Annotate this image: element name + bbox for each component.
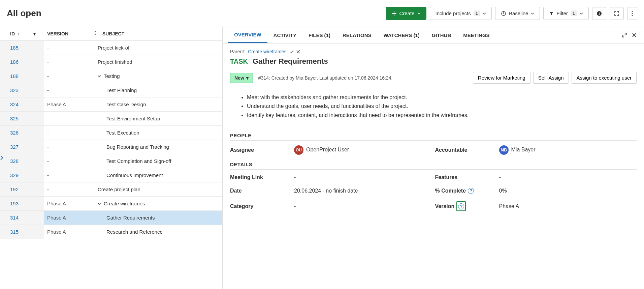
svg-point-5 [632,15,633,16]
expand-fullscreen-icon[interactable] [622,32,627,38]
col-header-subject[interactable]: SUBJECT [91,27,222,41]
features-value[interactable]: - [499,174,637,180]
row-id[interactable]: 193 [0,197,44,211]
row-subject[interactable]: Project finished [91,55,222,69]
table-row[interactable]: 314Phase AGather Requirements [0,211,222,225]
table-row[interactable]: 315Phase AResearch and Reference [0,225,222,239]
row-subject[interactable]: Test Completion and Sign-off [91,154,222,168]
table-row[interactable]: 325-Test Environment Setup [0,112,222,126]
work-package-title[interactable]: Gather Requirements [253,57,328,66]
include-projects-button[interactable]: Include projects 1 [430,7,492,20]
tab-overview[interactable]: OVERVIEW [228,27,267,43]
row-id[interactable]: 326 [0,126,44,140]
chevron-down-icon[interactable] [98,202,101,205]
col-header-id[interactable]: ID ↑ ▾ [0,27,44,41]
row-id[interactable]: 327 [0,140,44,154]
percent-complete-label: % Complete ? [435,188,496,194]
row-subject[interactable]: Create project plan [91,182,222,197]
edit-icon[interactable] [289,50,294,54]
self-assign-button[interactable]: Self-Assign [533,72,569,84]
row-version: - [44,55,91,69]
row-subject[interactable]: Continuous Improvement [91,168,222,182]
percent-complete-value[interactable]: 0% [499,188,637,194]
assignee-name: OpenProject User [306,147,349,152]
tab-watchers[interactable]: WATCHERS (1) [378,28,426,43]
row-subject[interactable]: Test Environment Setup [91,112,222,126]
row-id[interactable]: 325 [0,112,44,126]
chevron-down-icon[interactable] [98,75,101,78]
table-row[interactable]: 324Phase ATest Case Design [0,97,222,112]
chevron-down-icon [531,12,534,15]
row-subject[interactable]: Bug Reporting and Tracking [91,140,222,154]
assignee-value[interactable]: OUOpenProject User [294,145,432,155]
info-button[interactable]: i [592,7,606,20]
table-row[interactable]: 188-Testing [0,69,222,83]
row-id[interactable]: 315 [0,225,44,239]
row-subject[interactable]: Testing [91,69,222,83]
table-row[interactable]: 329-Continuous Improvement [0,168,222,182]
row-id[interactable]: 188 [0,69,44,83]
create-button[interactable]: Create [386,7,426,20]
row-subject[interactable]: Test Execution [91,126,222,140]
review-button[interactable]: Review for Marketing [473,72,530,84]
status-selector[interactable]: New ▾ [230,73,253,83]
desc-item: Meet with the stakeholders and gather re… [247,94,637,101]
row-version: - [44,168,91,182]
table-row[interactable]: 323-Test Planning [0,83,222,97]
filter-button[interactable]: Filter 1 [543,7,589,20]
chevron-down-icon[interactable]: ▾ [33,31,36,36]
category-value[interactable]: - [294,203,432,209]
row-subject[interactable]: Test Case Design [91,97,222,112]
description[interactable]: Meet with the stakeholders and gather re… [247,94,637,119]
row-id[interactable]: 186 [0,55,44,69]
parent-link[interactable]: Create wireframes [248,49,286,54]
row-subject[interactable]: Gather Requirements [91,211,222,225]
tab-files[interactable]: FILES (1) [302,28,336,43]
row-subject[interactable]: Test Planning [91,83,222,97]
baseline-button[interactable]: Baseline [495,7,540,20]
close-icon[interactable] [632,33,637,37]
row-id[interactable]: 329 [0,168,44,182]
fullscreen-button[interactable] [610,7,624,20]
col-subject-label: SUBJECT [102,31,124,36]
plus-icon [391,11,397,16]
row-id[interactable]: 324 [0,97,44,112]
version-value[interactable]: Phase A [499,203,637,209]
more-button[interactable] [627,7,637,20]
table-row[interactable]: 327-Bug Reporting and Tracking [0,140,222,154]
avatar: MB [499,145,509,155]
col-header-version[interactable]: VERSION [44,27,91,41]
table-row[interactable]: 193Phase ACreate wireframes [0,197,222,211]
row-id[interactable]: 192 [0,182,44,197]
parent-label: Parent: [230,49,245,54]
table-row[interactable]: 186-Project finished [0,55,222,69]
row-id[interactable]: 323 [0,83,44,97]
table-row[interactable]: 192-Create project plan [0,182,222,197]
row-id[interactable]: 328 [0,154,44,168]
table-row[interactable]: 328-Test Completion and Sign-off [0,154,222,168]
tab-relations[interactable]: RELATIONS [336,28,378,43]
expand-sidebar-toggle[interactable] [0,155,3,161]
tab-github[interactable]: GITHUB [426,28,457,43]
help-icon[interactable]: ? [468,188,474,194]
date-value[interactable]: 20.06.2024 - no finish date [294,188,432,194]
meeting-link-value[interactable]: - [294,174,432,180]
close-icon[interactable] [296,50,300,54]
row-id[interactable]: 185 [0,41,44,55]
row-subject[interactable]: Research and Reference [91,225,222,239]
row-subject[interactable]: Project kick-off [91,41,222,55]
row-id[interactable]: 314 [0,211,44,225]
row-version: - [44,126,91,140]
row-subject[interactable]: Create wireframes [91,197,222,211]
chevron-down-icon: ▾ [246,75,249,81]
accountable-value[interactable]: MBMia Bayer [499,145,637,155]
tab-meetings[interactable]: MEETINGS [457,28,495,43]
help-icon[interactable]: ? [458,203,464,209]
table-row[interactable]: 185-Project kick-off [0,41,222,55]
tab-activity[interactable]: ACTIVITY [267,28,302,43]
col-version-label: VERSION [47,31,68,36]
assign-executing-button[interactable]: Assign to executing user [572,72,637,84]
table-row[interactable]: 326-Test Execution [0,126,222,140]
work-package-type[interactable]: TASK [230,58,248,65]
features-label: Features [435,174,496,180]
